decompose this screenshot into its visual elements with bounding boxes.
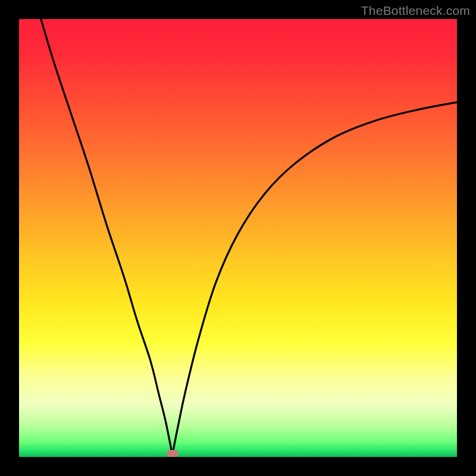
optimum-marker: [167, 450, 178, 457]
chart-area: [19, 19, 457, 457]
watermark-text: TheBottleneck.com: [361, 4, 470, 18]
chart-frame: TheBottleneck.com: [0, 0, 476, 476]
bottleneck-curve: [19, 19, 457, 457]
